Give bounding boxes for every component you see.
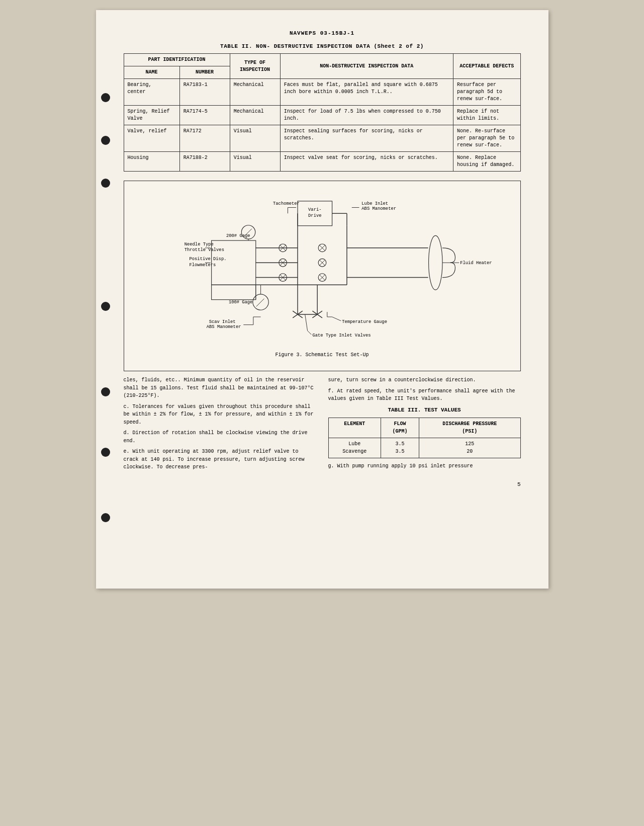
para-a: cles, fluids, etc.. Minimum quantity of …	[124, 376, 316, 400]
bullet-4	[101, 302, 110, 311]
svg-line-67	[332, 317, 341, 321]
flow-header: FLOW(GPM)	[381, 418, 419, 438]
svg-line-53	[256, 299, 264, 307]
row3-data: Inspect sealing surfaces for scoring, ni…	[280, 125, 453, 152]
row1-defects: Resurface per paragraph 5d to renew sur-…	[453, 79, 520, 106]
row4-type: Visual	[230, 152, 280, 172]
bullet-6	[101, 448, 110, 457]
row2-data: Inspect for load of 7.5 lbs when compres…	[280, 106, 453, 125]
type-inspection-header: TYPE OF INSPECTION	[230, 54, 280, 79]
row4-name: Housing	[124, 152, 179, 172]
test-pressure: 12520	[419, 438, 521, 458]
svg-text:Gate Type Inlet Valves: Gate Type Inlet Valves	[312, 333, 371, 338]
bullet-2	[101, 136, 110, 145]
row1-type: Mechanical	[230, 79, 280, 106]
doc-number: NAVWEPS 03-15BJ-1	[290, 30, 354, 36]
name-header: NAME	[124, 66, 179, 79]
para-f: f. At rated speed, the unit's performanc…	[328, 387, 521, 403]
test-section: TABLE III. TEST VALUES ELEMENT FLOW(GPM)…	[328, 406, 521, 458]
number-header: NUMBER	[179, 66, 230, 79]
table-row: Housing RA7188-2 Visual Inspect valve se…	[124, 152, 520, 172]
svg-text:Vari-: Vari-	[308, 207, 321, 212]
row3-name: Valve, relief	[124, 125, 179, 152]
test-row: LubeScavenge 3.53.5 12520	[328, 438, 520, 458]
body-text: cles, fluids, etc.. Minimum quantity of …	[124, 376, 521, 474]
acceptable-defects-header: ACCEPTABLE DEFECTS	[453, 54, 520, 79]
page-number: 5	[124, 481, 521, 487]
bullet-5	[101, 387, 110, 396]
row3-defects: None. Re-surface per paragraph 5e to ren…	[453, 125, 520, 152]
row1-name: Bearing,center	[124, 79, 179, 106]
body-left-col: cles, fluids, etc.. Minimum quantity of …	[124, 376, 316, 474]
body-right-col: sure, turn screw in a counterclockwise d…	[328, 376, 521, 474]
table3-title: TABLE III. TEST VALUES	[328, 406, 521, 415]
svg-line-72	[305, 314, 307, 331]
test-table: ELEMENT FLOW(GPM) DISCHARGE PRESSURE(PSI…	[328, 418, 521, 458]
row2-defects: Replace if not within limits.	[453, 106, 520, 125]
row3-number: RA7172	[179, 125, 230, 152]
row3-type: Visual	[230, 125, 280, 152]
diagram-container: Vari- Drive Tachometer Lube Inlet ABS Ma…	[130, 187, 514, 348]
discharge-header: DISCHARGE PRESSURE(PSI)	[419, 418, 521, 438]
svg-text:Scav Inlet: Scav Inlet	[209, 319, 235, 324]
para-e-cont: sure, turn screw in a counterclockwise d…	[328, 376, 521, 384]
figure3-title: Figure 3. Schematic Test Set-Up	[130, 352, 514, 358]
inspection-table: PART IDENTIFICATION TYPE OF INSPECTION N…	[124, 53, 521, 172]
part-id-header: PART IDENTIFICATION	[124, 54, 230, 66]
table-row: Bearing,center RA7183-1 Mechanical Faces…	[124, 79, 520, 106]
test-element: LubeScavenge	[328, 438, 381, 458]
row4-data: Inspect valve seat for scoring, nicks or…	[280, 152, 453, 172]
svg-text:Flowmeters: Flowmeters	[189, 263, 216, 268]
para-e: e. With unit operating at 3300 rpm, adju…	[124, 448, 316, 471]
bullet-7	[101, 513, 110, 522]
row4-defects: None. Replace housing if damaged.	[453, 152, 520, 172]
element-header: ELEMENT	[328, 418, 381, 438]
bullet-3	[101, 179, 110, 188]
table-row: Valve, relief RA7172 Visual Inspect seal…	[124, 125, 520, 152]
table-row: Spring, Relief Valve RA7174-5 Mechanical…	[124, 106, 520, 125]
row2-number: RA7174-5	[179, 106, 230, 125]
table2-title: TABLE II. NON- DESTRUCTIVE INSPECTION DA…	[124, 43, 521, 49]
svg-point-47	[428, 235, 442, 290]
schematic-svg: Vari- Drive Tachometer Lube Inlet ABS Ma…	[130, 187, 514, 348]
para-d: d. Direction of rotation shall be clockw…	[124, 429, 316, 445]
page: NAVWEPS 03-15BJ-1 TABLE II. NON- DESTRUC…	[96, 10, 548, 589]
row1-data: Faces must be flat, parallel and square …	[280, 79, 453, 106]
row1-number: RA7183-1	[179, 79, 230, 106]
svg-line-71	[307, 331, 311, 335]
svg-text:Tachometer: Tachometer	[273, 201, 300, 206]
bullet-1	[101, 93, 110, 102]
row2-name: Spring, Relief Valve	[124, 106, 179, 125]
svg-text:Needle Type: Needle Type	[184, 242, 213, 247]
svg-text:ABS Manometer: ABS Manometer	[361, 206, 396, 211]
test-flow: 3.53.5	[381, 438, 419, 458]
para-c: c. Tolerances for values given throughou…	[124, 403, 316, 427]
row4-number: RA7188-2	[179, 152, 230, 172]
svg-text:ABS Manometer: ABS Manometer	[206, 324, 241, 329]
ndi-data-header: NON-DESTRUCTIVE INSPECTION DATA	[280, 54, 453, 79]
doc-header: NAVWEPS 03-15BJ-1	[124, 30, 521, 36]
svg-text:Lube Inlet: Lube Inlet	[361, 201, 388, 206]
svg-text:Positive Disp.: Positive Disp.	[189, 257, 226, 262]
row2-type: Mechanical	[230, 106, 280, 125]
svg-text:Fluid Heater: Fluid Heater	[460, 261, 492, 266]
svg-text:Drive: Drive	[308, 213, 321, 218]
svg-text:Temperature Gauge: Temperature Gauge	[342, 319, 387, 324]
svg-text:100# Gage: 100# Gage	[228, 300, 252, 305]
schematic-box: Vari- Drive Tachometer Lube Inlet ABS Ma…	[124, 181, 521, 371]
para-g: g. With pump running apply 10 psi inlet …	[328, 462, 521, 470]
svg-text:Throttle Valves: Throttle Valves	[184, 247, 224, 253]
